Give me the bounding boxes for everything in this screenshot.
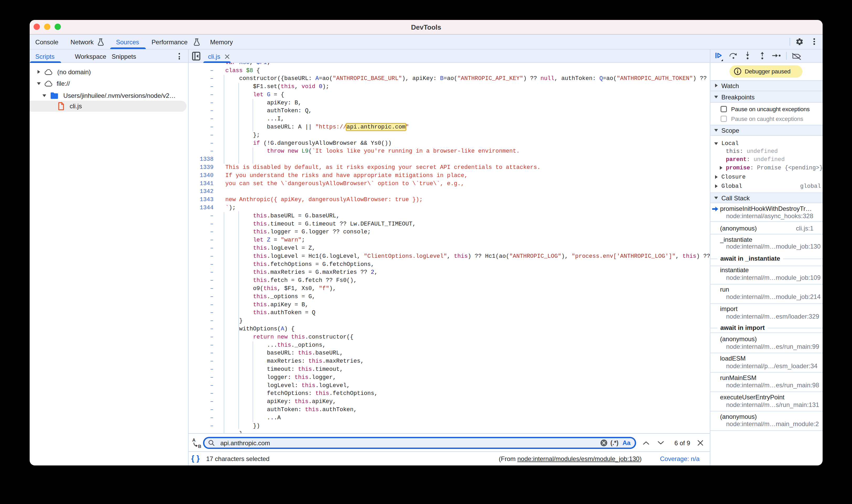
svg-text:A: A — [192, 438, 195, 443]
svg-text:B: B — [198, 444, 201, 448]
